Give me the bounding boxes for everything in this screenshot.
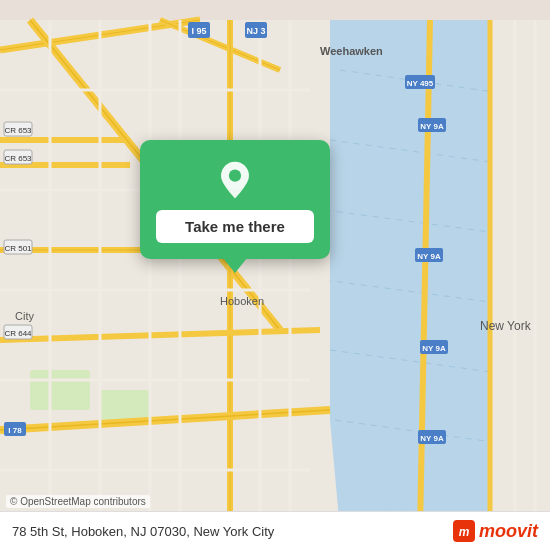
- svg-text:Hoboken: Hoboken: [220, 295, 264, 307]
- map-container: I 95 NJ 3 CR 653 CR 653 CR 501 CR 644 I …: [0, 0, 550, 550]
- svg-text:I 95: I 95: [191, 26, 206, 36]
- svg-text:NJ 3: NJ 3: [246, 26, 265, 36]
- svg-text:m: m: [459, 525, 470, 539]
- svg-text:CR 653: CR 653: [4, 126, 32, 135]
- svg-text:NY 9A: NY 9A: [420, 434, 444, 443]
- address-label: 78 5th St, Hoboken, NJ 07030, New York C…: [12, 524, 274, 539]
- svg-point-73: [229, 170, 241, 182]
- moovit-logo: m moovit: [453, 520, 538, 542]
- location-popup: Take me there: [140, 140, 330, 259]
- svg-text:Weehawken: Weehawken: [320, 45, 383, 57]
- svg-text:NY 495: NY 495: [407, 79, 434, 88]
- moovit-logo-icon: m: [453, 520, 475, 542]
- svg-text:CR 501: CR 501: [4, 244, 32, 253]
- bottom-bar: 78 5th St, Hoboken, NJ 07030, New York C…: [0, 511, 550, 550]
- svg-text:New York: New York: [480, 319, 532, 333]
- svg-text:CR 653: CR 653: [4, 154, 32, 163]
- svg-rect-40: [490, 20, 550, 530]
- moovit-brand-name: moovit: [479, 521, 538, 542]
- map-attribution: © OpenStreetMap contributors: [6, 495, 150, 508]
- svg-text:City: City: [15, 310, 34, 322]
- svg-rect-11: [30, 370, 90, 410]
- svg-text:NY 9A: NY 9A: [417, 252, 441, 261]
- map-pin-icon: [215, 160, 255, 200]
- svg-text:NY 9A: NY 9A: [420, 122, 444, 131]
- map-background: I 95 NJ 3 CR 653 CR 653 CR 501 CR 644 I …: [0, 0, 550, 550]
- svg-text:NY 9A: NY 9A: [422, 344, 446, 353]
- svg-text:CR 644: CR 644: [4, 329, 32, 338]
- take-me-there-button[interactable]: Take me there: [156, 210, 314, 243]
- svg-text:I 78: I 78: [8, 426, 22, 435]
